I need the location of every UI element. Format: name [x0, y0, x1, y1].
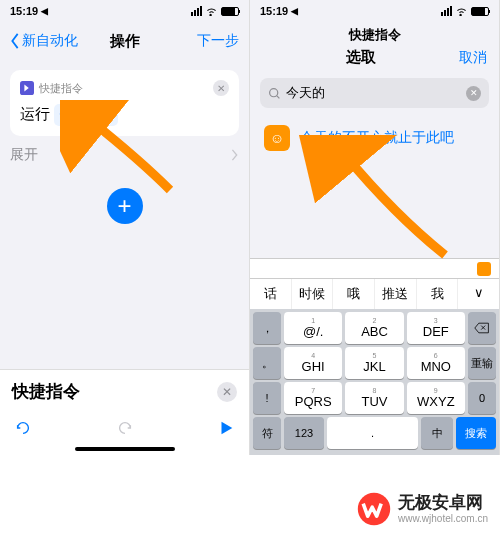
suggestion-more[interactable]: ∨	[458, 279, 499, 309]
keyboard-switch-icon[interactable]	[477, 262, 491, 276]
signal-icon	[441, 6, 452, 16]
suggestion[interactable]: 话	[250, 279, 292, 309]
key[interactable]: 9WXYZ	[407, 382, 465, 414]
nav-subtitle: 选取	[346, 48, 376, 67]
suggestion[interactable]: 哦	[333, 279, 375, 309]
redo-icon[interactable]	[116, 419, 134, 437]
next-button[interactable]: 下一步	[197, 32, 239, 50]
search-input[interactable]	[286, 86, 461, 101]
search-bar[interactable]: ✕	[260, 78, 489, 108]
back-label: 新自动化	[22, 32, 78, 50]
key[interactable]: 1@/.	[284, 312, 342, 344]
key[interactable]: 5JKL	[345, 347, 403, 379]
param-button[interactable]: 快捷指令	[54, 104, 118, 126]
location-icon: ◀	[291, 6, 298, 16]
shortcut-name-label: 快捷指令	[12, 380, 80, 403]
add-action-button[interactable]: +	[107, 188, 143, 224]
phone-left: 15:19◀ 新自动化 操作 下一步 快捷指令 ✕	[0, 0, 250, 455]
location-icon: ◀	[41, 6, 48, 16]
suggestion[interactable]: 时候	[292, 279, 334, 309]
key-delete[interactable]	[468, 312, 496, 344]
status-time: 15:19	[10, 5, 38, 17]
key-search[interactable]: 搜索	[456, 417, 496, 449]
phone-right: 15:19◀ 快捷指令 选取 取消 ✕ ☺ 今天的不开心就止于此吧	[250, 0, 500, 455]
signal-icon	[191, 6, 202, 16]
key-space[interactable]: .	[327, 417, 418, 449]
shortcut-icon	[20, 81, 34, 95]
key-lang[interactable]: 中	[421, 417, 453, 449]
suggestion-bar: 话 时候 哦 推送 我 ∨	[250, 278, 499, 309]
status-bar: 15:19◀	[250, 0, 499, 22]
result-icon: ☺	[264, 125, 290, 151]
card-head-label: 快捷指令	[39, 81, 83, 96]
suggestion[interactable]: 我	[417, 279, 459, 309]
key-period[interactable]: 。	[253, 347, 281, 379]
cancel-button[interactable]: 取消	[459, 49, 487, 67]
search-clear-button[interactable]: ✕	[466, 86, 481, 101]
key-zero[interactable]: 0	[468, 382, 496, 414]
key-comma[interactable]: ，	[253, 312, 281, 344]
key-123[interactable]: 123	[284, 417, 324, 449]
key[interactable]: 2ABC	[345, 312, 403, 344]
key[interactable]: 3DEF	[407, 312, 465, 344]
key[interactable]: 7PQRS	[284, 382, 342, 414]
watermark-name: 无极安卓网	[398, 494, 488, 513]
search-result-item[interactable]: ☺ 今天的不开心就止于此吧	[250, 113, 499, 163]
search-icon	[268, 87, 281, 100]
expand-label: 展开	[10, 146, 38, 164]
key-clear[interactable]: 重输	[468, 347, 496, 379]
back-button[interactable]: 新自动化	[10, 32, 78, 50]
result-text: 今天的不开心就止于此吧	[300, 129, 454, 147]
run-label: 运行	[20, 105, 50, 122]
key[interactable]: 8TUV	[345, 382, 403, 414]
undo-icon[interactable]	[14, 419, 32, 437]
watermark-logo	[356, 491, 392, 527]
action-card: 快捷指令 ✕ 运行 快捷指令	[10, 70, 239, 136]
battery-icon	[471, 7, 489, 16]
chevron-right-icon	[231, 149, 239, 161]
wifi-icon	[205, 6, 218, 16]
status-bar: 15:19◀	[0, 0, 249, 22]
key-shift[interactable]: !	[253, 382, 281, 414]
expand-button[interactable]: 展开	[10, 146, 239, 164]
status-time: 15:19	[260, 5, 288, 17]
backspace-icon	[474, 322, 490, 334]
home-indicator	[75, 447, 175, 451]
nav-header: 快捷指令	[349, 26, 401, 44]
nav-bar: 新自动化 操作 下一步	[0, 22, 249, 60]
nav-bar: 快捷指令 选取 取消	[250, 22, 499, 73]
watermark: 无极安卓网 www.wjhotel.com.cn	[356, 491, 488, 527]
svg-point-1	[270, 88, 278, 96]
play-icon[interactable]	[217, 419, 235, 437]
nav-title: 操作	[110, 32, 140, 51]
key[interactable]: 4GHI	[284, 347, 342, 379]
battery-icon	[221, 7, 239, 16]
key[interactable]: 6MNO	[407, 347, 465, 379]
keyboard: 话 时候 哦 推送 我 ∨ ， 1@/. 2ABC 3DEF 。 4GHI	[250, 258, 499, 455]
card-close-button[interactable]: ✕	[213, 80, 229, 96]
bottom-bar: 快捷指令 ✕	[0, 369, 249, 455]
watermark-url: www.wjhotel.com.cn	[398, 513, 488, 524]
suggestion[interactable]: 推送	[375, 279, 417, 309]
clear-button[interactable]: ✕	[217, 382, 237, 402]
candidate-bar	[250, 258, 499, 278]
wifi-icon	[455, 6, 468, 16]
key-symbol[interactable]: 符	[253, 417, 281, 449]
